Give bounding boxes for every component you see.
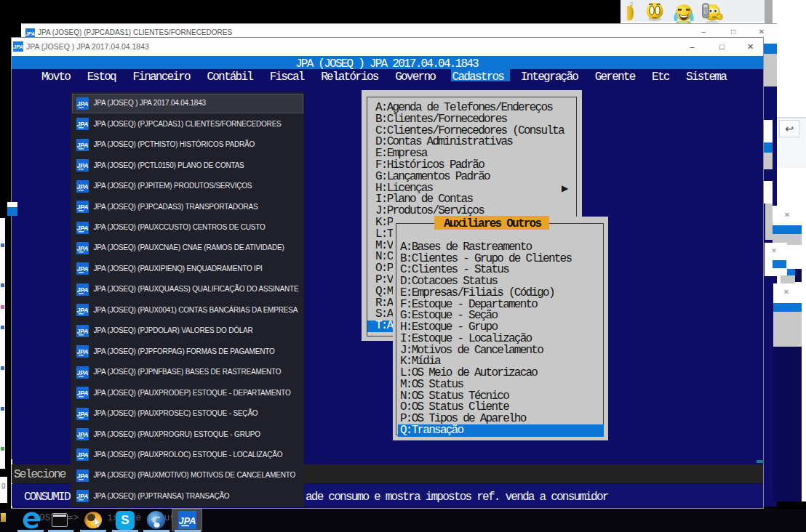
svg-text:JPA: JPA <box>77 348 89 355</box>
svg-text:JPA: JPA <box>77 225 89 232</box>
svg-text:JPA: JPA <box>77 183 89 190</box>
svg-text:JPA: JPA <box>25 31 35 36</box>
svg-text:JPA: JPA <box>77 472 89 480</box>
svg-text:JPA: JPA <box>77 411 89 418</box>
svg-text:JPA: JPA <box>77 162 89 169</box>
svg-text:JPA: JPA <box>77 203 89 211</box>
svg-text:JPA: JPA <box>179 516 196 526</box>
svg-text:JPA: JPA <box>77 245 89 252</box>
svg-text:JPA: JPA <box>77 286 89 294</box>
svg-text:JPA: JPA <box>77 142 89 149</box>
svg-text:JPA: JPA <box>77 390 89 397</box>
svg-text:JPA: JPA <box>77 451 89 459</box>
svg-text:JPA: JPA <box>77 328 89 335</box>
svg-text:JPA: JPA <box>77 307 89 314</box>
svg-text:JPA: JPA <box>77 121 89 128</box>
svg-text:JPA: JPA <box>77 369 89 376</box>
svg-text:JPA: JPA <box>77 431 89 438</box>
svg-text:JPA: JPA <box>13 44 23 50</box>
svg-text:JPA: JPA <box>77 265 89 273</box>
svg-text:JPA: JPA <box>77 493 89 500</box>
svg-text:JPA: JPA <box>77 100 89 108</box>
